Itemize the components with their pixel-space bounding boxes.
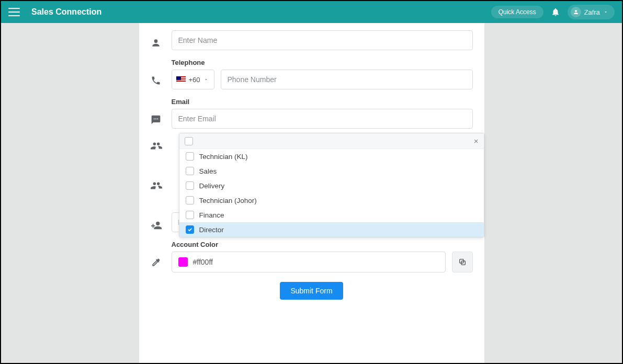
checkbox[interactable]: [186, 211, 194, 219]
checkbox[interactable]: [186, 196, 194, 204]
dropdown-option[interactable]: Sales: [179, 164, 484, 178]
dropdown-list: Technician (KL)SalesDeliveryTechnician (…: [179, 149, 484, 237]
flag-icon: [176, 76, 186, 83]
email-input[interactable]: [172, 109, 473, 129]
select-all-checkbox[interactable]: [185, 137, 193, 145]
chevron-down-icon: [203, 77, 209, 82]
country-code-select[interactable]: +60: [172, 70, 214, 89]
dropdown-option-label: Delivery: [199, 182, 225, 190]
checkbox[interactable]: [186, 152, 194, 161]
content-area: Telephone +60 Em: [1, 23, 622, 363]
checkbox[interactable]: [186, 167, 194, 175]
quick-access-button[interactable]: Quick Access: [491, 6, 543, 18]
group-icon: [151, 133, 172, 152]
topbar: Sales Connection Quick Access Zafra: [1, 1, 622, 23]
dropdown-option-label: Director: [199, 226, 224, 234]
dropdown-option[interactable]: Finance: [179, 208, 484, 222]
username-label: Zafra: [584, 8, 600, 16]
phone-icon: [151, 59, 172, 86]
chevron-down-icon: [603, 9, 608, 15]
name-input[interactable]: [172, 30, 473, 50]
copy-button[interactable]: [452, 252, 473, 272]
avatar-icon: [571, 7, 581, 17]
dropdown-option[interactable]: Technician (KL): [179, 149, 484, 164]
bell-icon[interactable]: [551, 7, 560, 17]
dropdown-panel: × Technician (KL)SalesDeliveryTechnician…: [179, 133, 484, 237]
brand-title: Sales Connection: [31, 7, 101, 17]
group-icon: [151, 173, 172, 191]
email-label: Email: [172, 98, 473, 106]
submit-button[interactable]: Submit Form: [280, 282, 343, 300]
color-swatch: [178, 257, 188, 267]
account-color-label: Account Color: [172, 241, 473, 248]
country-code-value: +60: [189, 76, 200, 84]
chat-icon: [151, 98, 172, 125]
dropdown-option[interactable]: Technician (Johor): [179, 193, 484, 208]
color-input[interactable]: #ff00ff: [172, 252, 446, 272]
person-add-icon: [151, 212, 172, 231]
dropdown-search-row: ×: [179, 133, 484, 149]
dropdown-option-label: Technician (Johor): [199, 197, 257, 204]
checkbox[interactable]: [186, 181, 194, 190]
menu-icon[interactable]: [8, 6, 20, 18]
dropdown-option-label: Finance: [199, 211, 224, 219]
person-icon: [151, 30, 172, 48]
dropdown-option[interactable]: Delivery: [179, 178, 484, 193]
close-icon[interactable]: ×: [474, 136, 479, 145]
color-value: #ff00ff: [193, 258, 213, 266]
copy-icon: [458, 258, 467, 266]
user-menu[interactable]: Zafra: [568, 5, 615, 19]
dropdown-option-label: Sales: [199, 167, 217, 175]
checkbox[interactable]: [186, 225, 194, 234]
telephone-label: Telephone: [172, 59, 473, 66]
eyedropper-icon: [151, 241, 172, 268]
dropdown-option[interactable]: Director: [179, 222, 484, 237]
dropdown-option-label: Technician (KL): [199, 153, 248, 161]
phone-input[interactable]: [221, 70, 473, 89]
form-card: Telephone +60 Em: [139, 23, 484, 363]
